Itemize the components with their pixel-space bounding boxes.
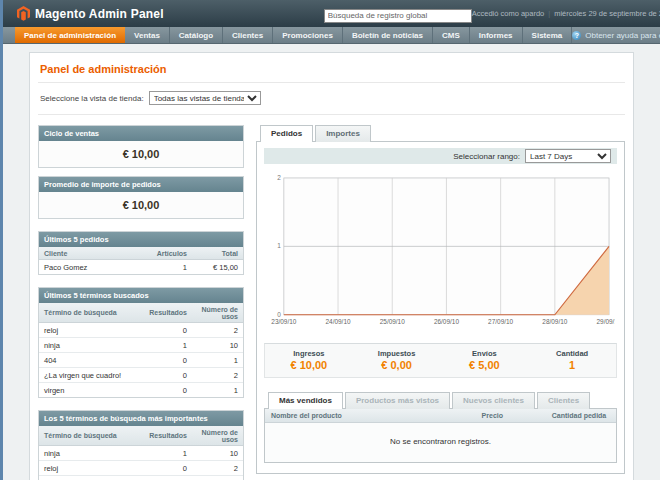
column-header[interactable]: Resultados — [141, 426, 192, 446]
orders-panel: Seleccionar rango: Last 7 Days 01223/09/… — [256, 141, 625, 474]
x-axis-label: 27/09/10 — [488, 318, 513, 325]
table-cell: 10 — [192, 446, 243, 461]
stat-impuestos: Impuestos€ 0,00 — [353, 349, 441, 371]
table-row[interactable]: virgen01 — [39, 383, 243, 398]
logged-in-as: Accedió como apardo — [472, 9, 545, 18]
tab-importes[interactable]: Importes — [315, 125, 371, 142]
table-cell: 1 — [192, 353, 243, 368]
svg-text:1: 1 — [277, 242, 281, 249]
nav-item-cat-logo[interactable]: Catálogo — [170, 27, 223, 43]
stat-label: Impuestos — [353, 349, 441, 358]
stat-label: Envíos — [441, 349, 529, 358]
top-search-terms-title: Los 5 términos de búsqueda más important… — [39, 411, 243, 426]
table-cell: 1 — [192, 383, 243, 398]
column-header[interactable]: Resultados — [141, 303, 192, 323]
table-cell: 404 — [39, 353, 141, 368]
stat-envíos: Envíos€ 5,00 — [441, 349, 529, 371]
table-row[interactable]: ¿La virgen que cuadro!02 — [39, 476, 243, 480]
app-title: Magento Admin Panel — [35, 7, 164, 21]
x-axis-label: 23/09/10 — [271, 318, 296, 325]
column-header[interactable]: Número de usos — [192, 303, 243, 323]
range-label: Seleccionar rango: — [453, 152, 520, 161]
tab-nuevos-clientes[interactable]: Nuevos clientes — [452, 392, 535, 409]
nav-item-sistema[interactable]: Sistema — [523, 27, 573, 43]
top-search-terms-table: Término de búsquedaResultadosNúmero de u… — [39, 426, 243, 480]
table-cell: 10 — [192, 338, 243, 353]
x-axis-label: 25/09/10 — [380, 318, 405, 325]
column-header[interactable]: Número de usos — [192, 426, 243, 446]
column-header[interactable]: Total — [192, 247, 243, 260]
stat-value: 1 — [528, 359, 616, 371]
products-table: Nombre del productoPrecioCantidad pedida… — [265, 409, 616, 462]
nav-item-ventas[interactable]: Ventas — [125, 27, 170, 43]
table-cell: ninja — [39, 338, 141, 353]
column-header[interactable]: Precio — [476, 409, 546, 423]
lifetime-sales-value: € 10,00 — [39, 141, 243, 167]
table-cell: Paco Gomez — [39, 260, 141, 275]
svg-text:0: 0 — [277, 311, 281, 318]
help-link[interactable]: ? Obtener ayuda para esta página — [572, 27, 660, 43]
nav-item-cms[interactable]: CMS — [433, 27, 470, 43]
stat-ingresos: Ingresos€ 10,00 — [265, 349, 353, 371]
stat-label: Cantidad — [528, 349, 616, 358]
table-cell: 1 — [141, 260, 192, 275]
stat-value: € 5,00 — [441, 359, 529, 371]
tab-productos-m-s-vistos[interactable]: Productos más vistos — [345, 392, 450, 409]
last-orders-box: Últimos 5 pedidos ClienteArtículosTotalP… — [38, 231, 244, 275]
nav-item-informes[interactable]: Informes — [470, 27, 523, 43]
separator: | — [548, 9, 550, 18]
range-select[interactable]: Last 7 Days — [525, 149, 611, 163]
svg-text:2: 2 — [277, 174, 281, 181]
table-row[interactable]: reloj02 — [39, 323, 243, 338]
nav-item-bolet-n-de-noticias[interactable]: Boletín de noticias — [343, 27, 433, 43]
table-cell: 0 — [141, 353, 192, 368]
global-search-input[interactable] — [324, 9, 472, 23]
store-view-label: Seleccione la vista de tienda: — [40, 94, 144, 103]
empty-message: No se encontraron registros. — [265, 422, 616, 462]
help-label: Obtener ayuda para esta página — [585, 31, 660, 40]
lifetime-sales-title: Ciclo de ventas — [39, 126, 243, 141]
nav-item-clientes[interactable]: Clientes — [223, 27, 273, 43]
magento-logo[interactable]: Magento Admin Panel — [17, 6, 164, 21]
table-row[interactable]: reloj02 — [39, 461, 243, 476]
chart-svg: 01223/09/1024/09/1025/09/1026/09/1027/09… — [266, 172, 615, 329]
table-cell: € 15,00 — [192, 260, 243, 275]
magento-logo-icon — [17, 6, 30, 21]
table-cell: 0 — [141, 368, 192, 383]
table-row[interactable]: ninja110 — [39, 338, 243, 353]
table-row[interactable]: Paco Gomez1€ 15,00 — [39, 260, 243, 275]
column-header[interactable]: Nombre del producto — [265, 409, 476, 423]
last-search-terms-title: Últimos 5 términos buscados — [39, 288, 243, 303]
column-header[interactable]: Cantidad pedida — [546, 409, 616, 423]
average-orders-box: Promedio de importe de pedidos € 10,00 — [38, 176, 244, 219]
tab-m-s-vendidos[interactable]: Más vendidos — [268, 392, 343, 409]
table-cell: 1 — [141, 338, 192, 353]
table-cell: ¿La virgen que cuadro! — [39, 476, 141, 480]
table-cell: virgen — [39, 383, 141, 398]
column-header[interactable]: Artículos — [141, 247, 192, 260]
x-axis-label: 24/09/10 — [326, 318, 351, 325]
x-axis-label: 29/09/10 — [597, 318, 615, 325]
current-date: miércoles 29 de septiembre de 2010 — [554, 9, 660, 18]
stat-value: € 0,00 — [353, 359, 441, 371]
table-cell: 2 — [192, 368, 243, 383]
top-search-terms-box: Los 5 términos de búsqueda más important… — [38, 410, 244, 480]
table-cell: 0 — [141, 476, 192, 480]
dashboard-container: Panel de administración Seleccione la vi… — [29, 52, 634, 480]
last-orders-title: Últimos 5 pedidos — [39, 232, 243, 247]
column-header[interactable]: Término de búsqueda — [39, 303, 141, 323]
nav-item-promociones[interactable]: Promociones — [273, 27, 343, 43]
nav-item-panel-de-administraci-n[interactable]: Panel de administración — [15, 27, 125, 43]
column-header[interactable]: Cliente — [39, 247, 141, 260]
tab-pedidos[interactable]: Pedidos — [260, 125, 313, 142]
help-icon: ? — [572, 31, 581, 40]
last-search-terms-table: Término de búsquedaResultadosNúmero de u… — [39, 303, 243, 397]
table-row[interactable]: ninja110 — [39, 446, 243, 461]
store-view-select[interactable]: Todas las vistas de tienda — [149, 91, 261, 105]
column-header[interactable]: Término de búsqueda — [39, 426, 141, 446]
tab-clientes[interactable]: Clientes — [537, 392, 590, 409]
table-cell: 0 — [141, 383, 192, 398]
table-row[interactable]: ¿La virgen que cuadro!02 — [39, 368, 243, 383]
table-row[interactable]: 40401 — [39, 353, 243, 368]
totals-strip: Ingresos€ 10,00Impuestos€ 0,00Envíos€ 5,… — [264, 343, 617, 378]
